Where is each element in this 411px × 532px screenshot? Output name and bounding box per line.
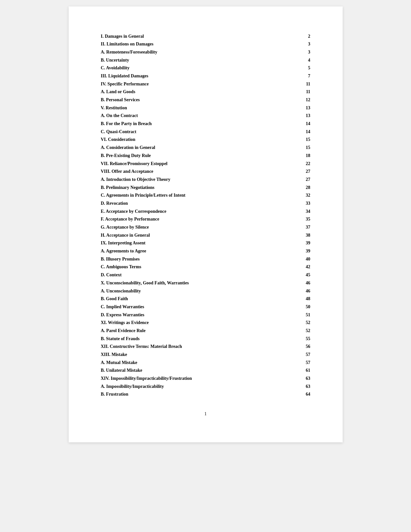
toc-page-number: 15 [298,144,310,152]
toc-page-number: 7 [298,72,310,80]
toc-row: D. Context45 [101,271,310,279]
toc-page-number: 2 [298,32,310,40]
toc-row: C. Ambiguous Terms42 [101,263,310,271]
toc-label: A. Agreements to Agree [101,247,298,255]
toc-row: B. Pre-Existing Duty Rule18 [101,152,310,160]
toc-page-number: 63 [298,375,310,383]
toc-label: A. Unconscionability [101,287,298,295]
toc-page-number: 18 [298,152,310,160]
toc-row: B. Uncertainty4 [101,56,310,64]
toc-row: C. Agreements in Principle/Letters of In… [101,192,310,200]
toc-page-number: 5 [298,64,310,72]
toc-page-number: 22 [298,160,310,168]
toc-label: XI. Writings as Evidence [101,319,298,327]
toc-row: V. Restitution13 [101,104,310,112]
toc-label: C. Agreements in Principle/Letters of In… [101,192,298,200]
toc-label: I. Damages in General [101,32,298,40]
toc-row: XIV. Impossibility/Impracticability/Frus… [101,375,310,383]
toc-page-number: 11 [298,88,310,96]
toc-label: A. Consideration in General [101,144,298,152]
toc-page-number: 28 [298,183,310,192]
toc-page-number: 64 [298,390,310,399]
toc-page-number: 15 [298,136,310,144]
toc-row: IV. Specific Performance11 [101,80,310,88]
toc-row: XIII. Mistake57 [101,351,310,359]
toc-row: A. Land or Goods11 [101,88,310,96]
toc-row: B. Preliminary Negotiations28 [101,183,310,192]
toc-page-number: 50 [298,303,310,311]
toc-row: D. Revocation33 [101,199,310,207]
toc-label: G. Acceptance by Silence [101,223,298,232]
toc-label: B. Statute of Frauds [101,335,298,343]
toc-row: G. Acceptance by Silence37 [101,223,310,232]
toc-label: A. Remoteness/Foreseeability [101,48,298,56]
toc-label: C. Avoidability [101,64,298,72]
toc-page-number: 34 [298,207,310,215]
toc-label: B. Illusory Promises [101,255,298,263]
toc-page-number: 51 [298,311,310,319]
toc-row: A. Agreements to Agree39 [101,247,310,255]
toc-row: A. Consideration in General15 [101,144,310,152]
toc-row: VIII. Offer and Acceptance27 [101,168,310,176]
toc-page-number: 14 [298,128,310,136]
toc-page-number: 63 [298,382,310,390]
toc-row: VI. Consideration15 [101,136,310,144]
toc-label: B. Unilateral Mistake [101,367,298,375]
toc-row: IX. Interpreting Assent39 [101,239,310,247]
toc-label: B. Personal Services [101,96,298,104]
toc-label: A. Introduction to Objective Theory [101,175,298,183]
toc-page-number: 33 [298,199,310,207]
toc-page-number: 40 [298,255,310,263]
toc-label: E. Acceptance by Correspondence [101,207,298,215]
toc-row: XI. Writings as Evidence52 [101,319,310,327]
toc-label: X. Unconscionability, Good Faith, Warran… [101,279,298,287]
toc-label: A. On the Contract [101,112,298,120]
toc-page-number: 3 [298,48,310,56]
toc-label: III. Liquidated Damages [101,72,298,80]
toc-label: C. Ambiguous Terms [101,263,298,271]
toc-row: B. Unilateral Mistake61 [101,367,310,375]
toc-row: A. Impossibility/Impracticability63 [101,382,310,390]
toc-row: III. Liquidated Damages7 [101,72,310,80]
toc-label: F. Acceptance by Performance [101,215,298,223]
toc-page-number: 39 [298,239,310,247]
toc-page-number: 45 [298,271,310,279]
toc-row: A. Unconscionability46 [101,287,310,295]
toc-label: B. Frustration [101,390,298,399]
toc-label: D. Express Warranties [101,311,298,319]
toc-row: VII. Reliance/Promissory Estoppel22 [101,160,310,168]
toc-page-number: 32 [298,192,310,200]
toc-row: B. Good Faith48 [101,295,310,303]
toc-table: I. Damages in General2II. Limitations on… [101,32,310,399]
toc-page-number: 27 [298,168,310,176]
toc-label: D. Revocation [101,199,298,207]
toc-page-number: 46 [298,287,310,295]
toc-page-number: 27 [298,175,310,183]
toc-label: B. For the Party in Breach [101,120,298,128]
toc-page-number: 14 [298,120,310,128]
toc-page-number: 38 [298,231,310,239]
toc-page-number: 39 [298,247,310,255]
toc-page-number: 57 [298,359,310,367]
toc-row: XII. Constructive Terms: Material Breach… [101,343,310,351]
toc-row: E. Acceptance by Correspondence34 [101,207,310,215]
toc-label: VI. Consideration [101,136,298,144]
toc-label: VIII. Offer and Acceptance [101,168,298,176]
toc-label: IV. Specific Performance [101,80,298,88]
toc-label: A. Impossibility/Impracticability [101,382,298,390]
toc-page-number: 37 [298,223,310,232]
toc-label: XII. Constructive Terms: Material Breach [101,343,298,351]
toc-row: A. Mutual Mistake57 [101,359,310,367]
toc-label: V. Restitution [101,104,298,112]
toc-label: XIII. Mistake [101,351,298,359]
toc-row: A. Introduction to Objective Theory27 [101,175,310,183]
toc-page-number: 11 [298,80,310,88]
toc-page-number: 35 [298,215,310,223]
toc-label: B. Uncertainty [101,56,298,64]
toc-row: C. Quasi-Contract14 [101,128,310,136]
toc-label: VII. Reliance/Promissory Estoppel [101,160,298,168]
toc-page-number: 13 [298,112,310,120]
toc-row: H. Acceptance in General38 [101,231,310,239]
toc-row: X. Unconscionability, Good Faith, Warran… [101,279,310,287]
toc-label: B. Good Faith [101,295,298,303]
